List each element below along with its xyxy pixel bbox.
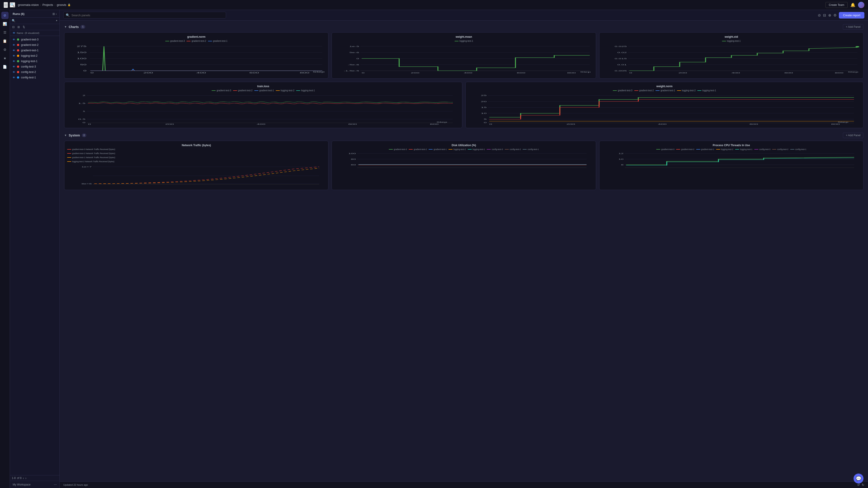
sidebar-icon-table[interactable]: ☰ — [1, 29, 8, 36]
legend-item: gradient-test-3 — [389, 148, 407, 151]
workspace-menu-icon[interactable]: ⋯ — [54, 483, 57, 486]
chart-area-gradient-norm: 275 150 100 50 0 — [67, 44, 326, 76]
legend-color — [613, 90, 617, 91]
charts-collapse-button[interactable]: ▼ — [64, 25, 67, 29]
run-item[interactable]: 👁 config-test-2 — [10, 69, 59, 75]
legend-item: config-test-3 — [487, 148, 503, 151]
chat-bubble[interactable]: 💬 — [854, 474, 864, 484]
charts-section-header: ▼ Charts 5 + Add Panel — [64, 24, 864, 30]
run-item[interactable]: 👁 gradient-test-2 — [10, 42, 59, 48]
legend-color — [389, 149, 393, 150]
legend-label: logging-test-2 Network Traffic Received … — [72, 160, 114, 163]
chart-legend-weight-mean: logging-test-1 — [335, 40, 593, 42]
system-section-title: System — [69, 133, 80, 137]
legend-label: gradient-test-1 — [259, 89, 274, 92]
run-name-label: config-test-1 — [21, 76, 36, 79]
legend-item: logging-test-1 — [455, 40, 473, 42]
pagination-next[interactable]: › — [25, 476, 26, 480]
toolbar-icon-1[interactable]: ⊘ — [818, 13, 821, 18]
run-color-dot — [17, 38, 19, 41]
chart-legend-disk: gradient-test-3 gradient-test-2 gradient… — [335, 148, 593, 151]
run-eye-icon: 👁 — [13, 38, 15, 41]
svg-text:20: 20 — [481, 101, 487, 102]
runs-header-grid-icon[interactable]: ⊞ — [53, 12, 55, 15]
charts-grid: gradient.norm gradient-test-3 gradient-t… — [64, 32, 864, 78]
svg-text:1.5: 1.5 — [78, 103, 86, 104]
chart-title-weight-mean: weight.mean — [335, 35, 593, 38]
sidebar-icon-docs[interactable]: 📄 — [1, 63, 8, 70]
run-item[interactable]: 👁 config-test-1 — [10, 75, 59, 80]
breadcrumb-project[interactable]: groovis — [57, 3, 66, 6]
search-panels-icon: 🔍 — [66, 13, 70, 17]
sort-button[interactable]: ⇅ — [22, 25, 26, 29]
legend-item: logging-test-2 Network Traffic Received … — [67, 160, 114, 163]
legend-item: gradient-test-2 — [186, 40, 206, 42]
breadcrumb-projects[interactable]: Projects — [42, 3, 53, 6]
system-add-panel-button[interactable]: + Add Panel — [843, 133, 864, 138]
svg-text:200: 200 — [165, 123, 174, 125]
legend-color — [505, 149, 509, 150]
chart-legend-network: gradient-test-3 Network Traffic Received… — [67, 148, 326, 163]
columns-button[interactable]: ⊞ — [17, 25, 20, 29]
runs-header-expand-icon[interactable]: › — [56, 12, 57, 15]
legend-label: gradient-test-3 Network Traffic Received… — [72, 148, 115, 151]
footer-refresh-icon[interactable]: ↺ — [857, 483, 860, 487]
legend-label: gradient-test-3 — [661, 148, 674, 151]
pagination-bar: 1-8 of 8 ‹ › — [10, 475, 59, 481]
legend-item: gradient-test-2 — [634, 89, 654, 92]
run-color-dot — [17, 60, 19, 62]
search-nav-icon[interactable]: 🔍 — [10, 2, 15, 7]
legend-color — [276, 90, 280, 91]
legend-color — [696, 149, 700, 150]
run-item[interactable]: 👁 gradient-test-1 — [10, 48, 59, 53]
legend-item: gradient-test-1 — [208, 40, 227, 42]
toolbar-settings-icon[interactable]: ⚙ — [833, 13, 837, 18]
legend-color — [165, 41, 169, 41]
filter-button[interactable]: ⊟ — [12, 25, 15, 29]
run-color-dot — [17, 66, 19, 68]
legend-color — [186, 41, 191, 41]
run-item[interactable]: 👁 config-test-3 — [10, 64, 59, 69]
sidebar-icon-history[interactable]: 📋 — [1, 37, 8, 45]
breadcrumb-org[interactable]: groomata-vision — [18, 3, 39, 6]
notifications-icon[interactable]: 🔔 — [850, 2, 855, 7]
run-item[interactable]: 👁 logging-test-1 — [10, 59, 59, 64]
legend-label: gradient-test-2 — [191, 40, 206, 42]
run-item[interactable]: 👁 logging-test-2 — [10, 53, 59, 59]
search-panels-input[interactable] — [71, 13, 223, 17]
chart-area-weight-std: 0.025 0.02 0.015 0.01 0.005 0 200 — [602, 44, 861, 76]
footer-sync-icon[interactable]: ↻ — [862, 483, 864, 487]
runs-search-input[interactable] — [17, 19, 54, 22]
svg-text:1e-5: 1e-5 — [349, 45, 359, 47]
create-report-button[interactable]: Create report — [839, 12, 864, 19]
run-item[interactable]: 👁 gradient-test-3 — [10, 37, 59, 42]
legend-item: gradient-test-3 — [613, 89, 632, 92]
run-color-dot — [17, 44, 19, 46]
legend-item: gradient-test-3 — [212, 89, 231, 92]
toolbar-icon-3[interactable]: ⊕ — [828, 13, 831, 18]
avatar[interactable] — [858, 2, 864, 8]
sidebar-icon-star[interactable]: ★ — [1, 55, 8, 62]
legend-color — [676, 149, 680, 150]
system-collapse-button[interactable]: ▼ — [64, 134, 67, 137]
charts-add-panel-button[interactable]: + Add Panel — [843, 24, 864, 30]
svg-text:0: 0 — [629, 72, 632, 74]
sidebar-icon-settings[interactable]: ⚙ — [1, 46, 8, 53]
sidebar-icon-chart[interactable]: 📊 — [1, 20, 8, 28]
svg-text:100: 100 — [77, 57, 87, 60]
pagination-prev[interactable]: ‹ — [23, 476, 24, 480]
runs-name-header: 👁 Name (8 visualized) — [10, 30, 59, 36]
sidebar-icon-home[interactable]: ⊘ — [1, 12, 8, 19]
charts-section-title: Charts — [69, 25, 79, 29]
legend-item: logging-test-1 — [722, 40, 741, 42]
svg-text:8: 8 — [621, 164, 623, 166]
runs-title: Runs (6) — [13, 12, 24, 15]
svg-text:10: 10 — [618, 158, 623, 160]
svg-text:60: 60 — [351, 164, 356, 166]
toolbar-icon-2[interactable]: ⊟ — [823, 13, 826, 18]
legend-item: gradient-test-3 Network Traffic Received… — [67, 148, 115, 151]
create-team-button[interactable]: Create Team — [826, 2, 848, 8]
runs-search-filter-icon[interactable]: ✦ — [56, 19, 58, 22]
grid-menu-icon[interactable]: ⊞ — [4, 2, 8, 8]
chart-weight-mean: weight.mean logging-test-1 — [332, 32, 596, 78]
